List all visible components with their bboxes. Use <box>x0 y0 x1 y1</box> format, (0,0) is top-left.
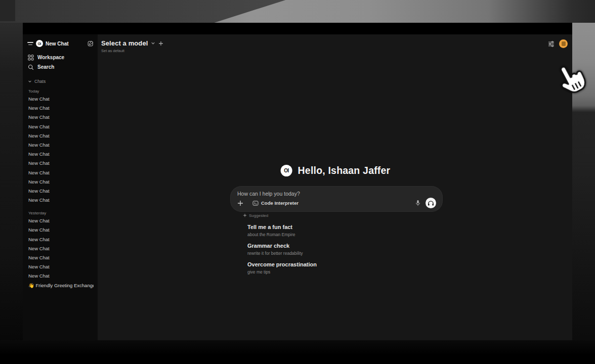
chat-list-item-friendly-greeting[interactable]: 👋 Friendly Greeting Exchange <box>27 281 94 290</box>
code-interpreter-icon <box>252 201 259 206</box>
chat-list-item[interactable]: New Chat <box>27 104 94 113</box>
backdrop-corner-shape <box>0 0 15 21</box>
new-chat-edit-icon[interactable] <box>88 40 94 47</box>
chat-list-item[interactable]: New Chat <box>27 177 94 187</box>
suggested-prompt-subtitle: rewrite it for better readability <box>247 251 445 256</box>
group-label-yesterday: Yesterday <box>27 210 94 216</box>
chevron-down-icon <box>28 79 32 83</box>
chat-list-item[interactable]: New Chat <box>27 159 94 168</box>
suggested-prompt-subtitle: about the Roman Empire <box>247 232 445 237</box>
chat-list-item[interactable]: New Chat <box>27 271 94 281</box>
window-top-strip <box>23 23 572 34</box>
chat-list-item[interactable]: New Chat <box>27 262 94 271</box>
model-selector-label: Select a model <box>101 39 148 47</box>
suggested-header: Suggested <box>243 212 445 218</box>
app-logo: OI <box>36 40 43 47</box>
new-chat-title[interactable]: New Chat <box>46 41 85 47</box>
chats-section-header[interactable]: Chats <box>27 78 94 84</box>
chat-list-item[interactable]: New Chat <box>27 113 94 122</box>
microphone-icon[interactable] <box>415 200 420 206</box>
set-as-default-link[interactable]: Set as default <box>101 49 163 53</box>
user-avatar[interactable] <box>559 39 568 48</box>
chat-list-item[interactable]: New Chat <box>27 168 94 177</box>
group-label-today: Today <box>27 88 94 95</box>
sidebar-item-search[interactable]: Search <box>27 62 94 72</box>
search-icon <box>28 64 34 70</box>
backdrop-right-band <box>572 23 595 354</box>
greeting-hero: OI Hello, Ishaan Jaffer <box>281 165 391 176</box>
main-content: Select a model Set as default <box>98 34 572 340</box>
workspace-label: Workspace <box>37 55 64 60</box>
chat-list-item[interactable]: New Chat <box>27 131 94 141</box>
chat-list-item[interactable]: New Chat <box>27 225 94 235</box>
greeting-text: Hello, Ishaan Jaffer <box>298 165 391 176</box>
sidebar-toggle-icon[interactable] <box>27 41 33 46</box>
model-selector-bar: Select a model Set as default <box>101 39 163 53</box>
code-interpreter-label: Code Interpreter <box>261 200 299 206</box>
voice-call-button[interactable] <box>426 198 436 208</box>
topbar-controls <box>548 39 568 48</box>
sidebar-item-workspace[interactable]: Workspace <box>27 53 94 62</box>
suggested-prompts: Suggested Tell me a fun fact about the R… <box>243 212 445 275</box>
composer-actions: Code Interpreter <box>237 198 436 208</box>
suggested-prompt[interactable]: Tell me a fun fact about the Roman Empir… <box>247 224 445 237</box>
message-composer[interactable]: How can I help you today? Code Interpret… <box>230 186 443 212</box>
suggested-prompt-title: Grammar check <box>247 243 445 249</box>
headphones-icon <box>428 200 434 206</box>
chat-list-item[interactable]: New Chat <box>27 216 94 225</box>
chat-list-item[interactable]: New Chat <box>27 244 94 253</box>
add-model-icon[interactable] <box>158 41 163 46</box>
chat-list-item[interactable]: New Chat <box>27 95 94 104</box>
chat-list-item[interactable]: New Chat <box>27 235 94 244</box>
suggested-prompt[interactable]: Grammar check rewrite it for better read… <box>247 243 445 256</box>
code-interpreter-toggle[interactable]: Code Interpreter <box>252 200 299 206</box>
backdrop-left-band <box>0 23 23 354</box>
backdrop-bottom-bar <box>0 340 595 364</box>
chevron-down-icon <box>151 41 155 46</box>
chat-list-item[interactable]: New Chat <box>27 253 94 262</box>
suggested-prompt-title: Tell me a fun fact <box>247 224 445 231</box>
chat-list-item[interactable]: New Chat <box>27 196 94 205</box>
suggested-label: Suggested <box>249 213 268 218</box>
message-input[interactable]: How can I help you today? <box>237 191 436 197</box>
chat-list-item[interactable]: New Chat <box>27 141 94 150</box>
suggested-prompt-title: Overcome procrastination <box>247 261 445 268</box>
model-selector[interactable]: Select a model <box>101 39 163 47</box>
app-logo: OI <box>281 165 292 176</box>
sidebar: OI New Chat Workspace <box>23 34 98 340</box>
suggested-prompt-subtitle: give me tips <box>247 269 445 275</box>
suggested-prompt[interactable]: Overcome procrastination give me tips <box>247 261 445 275</box>
chat-list-item[interactable]: New Chat <box>27 122 94 131</box>
controls-sliders-icon[interactable] <box>548 41 555 47</box>
chats-label: Chats <box>34 79 46 84</box>
chat-list-item[interactable]: New Chat <box>27 187 94 196</box>
search-label: Search <box>37 64 54 70</box>
attach-plus-icon[interactable] <box>237 200 243 206</box>
app-window: OI New Chat Workspace <box>23 23 572 340</box>
workspace-grid-icon <box>28 55 34 61</box>
sparkle-icon <box>243 213 247 217</box>
sidebar-header: OI New Chat <box>27 39 94 48</box>
chat-list-item[interactable]: New Chat <box>27 150 94 159</box>
